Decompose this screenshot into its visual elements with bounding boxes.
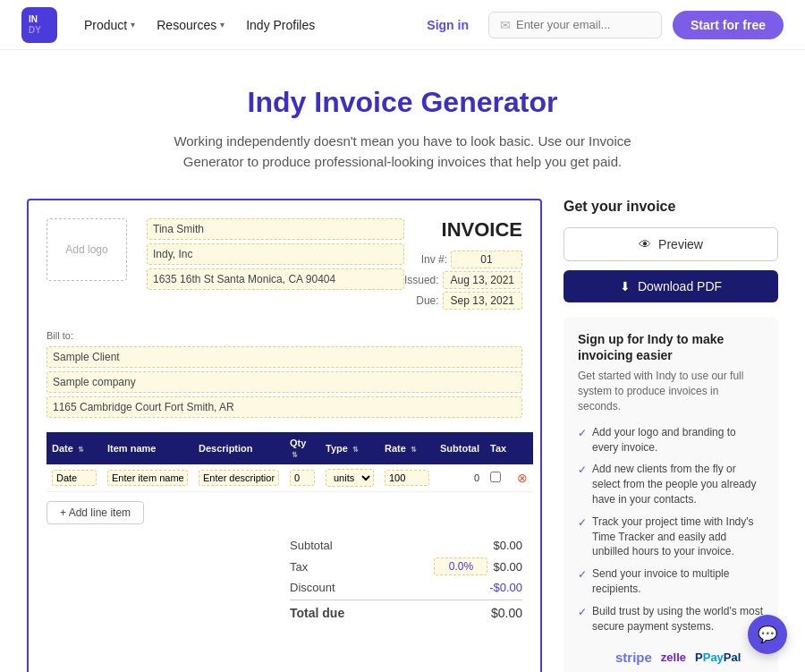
row-tax-checkbox[interactable] bbox=[490, 472, 501, 482]
payment-logos-item: stripe zelle PPayPal bbox=[578, 641, 764, 672]
th-rate[interactable]: Rate ⇅ bbox=[379, 432, 435, 464]
signup-card: Sign up for Indy to make invoicing easie… bbox=[564, 317, 778, 672]
zelle-logo: zelle bbox=[661, 650, 686, 666]
totals-section: Subtotal $0.00 Tax $0.00 Discount -$0.00… bbox=[290, 539, 522, 620]
sign-in-link[interactable]: Sign in bbox=[418, 13, 478, 38]
invoice-meta: Inv #: 01 Issued: Aug 13, 2021 Due: Sep … bbox=[404, 251, 522, 310]
payment-logos: stripe zelle PPayPal bbox=[615, 648, 741, 667]
row-item-input[interactable] bbox=[107, 470, 188, 486]
sender-info: Tina Smith Indy, Inc 1635 16th St Santa … bbox=[147, 218, 404, 293]
navbar: IN DY Product ▾ Resources ▾ Indy Profile… bbox=[0, 0, 805, 50]
add-logo-label: Add logo bbox=[65, 243, 107, 256]
th-date[interactable]: Date ⇅ bbox=[47, 432, 102, 464]
start-button[interactable]: Start for free bbox=[673, 11, 784, 39]
th-desc[interactable]: Description bbox=[193, 432, 284, 464]
email-icon: ✉ bbox=[500, 18, 511, 32]
main-content: Add logo Tina Smith Indy, Inc 1635 16th … bbox=[9, 199, 796, 672]
issued-value[interactable]: Aug 13, 2021 bbox=[443, 271, 522, 289]
bill-to-section: Bill to: Sample Client Sample company 11… bbox=[47, 330, 522, 418]
svg-text:IN: IN bbox=[29, 14, 38, 24]
client-name-field[interactable]: Sample Client bbox=[47, 346, 522, 368]
client-address-field[interactable]: 1165 Cambridge Court Fort Smith, AR bbox=[47, 396, 522, 418]
row-rate-input[interactable] bbox=[385, 470, 429, 486]
row-qty-input[interactable] bbox=[290, 470, 315, 486]
stripe-logo: stripe bbox=[615, 648, 652, 667]
eye-icon: 👁 bbox=[639, 237, 651, 251]
hero-section: Indy Invoice Generator Working independe… bbox=[0, 50, 805, 199]
feature-item-1: ✓ Add your logo and branding to every in… bbox=[578, 425, 764, 455]
totals-divider bbox=[290, 600, 522, 600]
check-icon-5: ✓ bbox=[578, 605, 587, 620]
tax-rate-input[interactable] bbox=[434, 557, 487, 575]
hero-title: Indy Invoice Generator bbox=[18, 86, 787, 119]
download-button[interactable]: ⬇ Download PDF bbox=[564, 270, 778, 302]
th-actions bbox=[512, 432, 533, 464]
hero-subtitle: Working independently doesn't mean you h… bbox=[152, 132, 653, 172]
row-delete-button[interactable]: ⊗ bbox=[517, 471, 528, 485]
row-date-input[interactable] bbox=[52, 470, 97, 486]
logo[interactable]: IN DY bbox=[21, 7, 57, 43]
th-tax: Tax bbox=[485, 432, 512, 464]
inv-value[interactable]: 01 bbox=[451, 251, 522, 268]
preview-button[interactable]: 👁 Preview bbox=[564, 227, 778, 261]
get-invoice-title: Get your invoice bbox=[564, 199, 778, 215]
total-value: $0.00 bbox=[491, 606, 522, 620]
table-row: units hrs 0 ⊗ bbox=[47, 464, 533, 492]
sender-address-field[interactable]: 1635 16th St Santa Monica, CA 90404 bbox=[147, 268, 404, 290]
due-value[interactable]: Sep 13, 2021 bbox=[443, 292, 522, 310]
subtotal-row: Subtotal $0.00 bbox=[290, 539, 522, 552]
row-tax-cell bbox=[485, 464, 512, 492]
due-label: Due: bbox=[416, 294, 438, 307]
inv-label: Inv #: bbox=[421, 253, 447, 266]
table-header-row: Date ⇅ Item name Description Qty ⇅ Type … bbox=[47, 432, 533, 464]
th-qty[interactable]: Qty ⇅ bbox=[284, 432, 320, 464]
svg-text:DY: DY bbox=[29, 25, 41, 35]
chat-bubble[interactable]: 💬 bbox=[748, 615, 787, 654]
th-subtotal: Subtotal bbox=[435, 432, 485, 464]
nav-profiles[interactable]: Indy Profiles bbox=[237, 13, 324, 38]
paypal-logo: PPayPal bbox=[695, 650, 741, 666]
email-input[interactable] bbox=[516, 18, 650, 31]
client-company-field[interactable]: Sample company bbox=[47, 371, 522, 393]
bill-to-label: Bill to: bbox=[47, 330, 522, 341]
row-delete-cell: ⊗ bbox=[512, 464, 533, 492]
discount-row: Discount -$0.00 bbox=[290, 581, 522, 594]
nav-product[interactable]: Product ▾ bbox=[75, 13, 144, 38]
row-item-cell bbox=[102, 464, 193, 492]
feature-item-5: ✓ Build trust by using the world's most … bbox=[578, 604, 764, 634]
signup-desc: Get started with Indy to use our full sy… bbox=[578, 369, 764, 413]
feature-item-3: ✓ Track your project time with Indy's Ti… bbox=[578, 515, 764, 559]
tax-value: $0.00 bbox=[493, 560, 522, 574]
resources-caret-icon: ▾ bbox=[220, 20, 225, 30]
row-date-cell bbox=[47, 464, 102, 492]
row-qty-cell bbox=[284, 464, 320, 492]
invoice-title: INVOICE bbox=[404, 218, 522, 242]
nav-links: Product ▾ Resources ▾ Indy Profiles bbox=[75, 13, 418, 38]
invoice-table: Date ⇅ Item name Description Qty ⇅ Type … bbox=[47, 432, 533, 492]
sender-name-field[interactable]: Tina Smith bbox=[147, 218, 404, 240]
add-line-button[interactable]: + Add line item bbox=[47, 501, 144, 524]
due-row: Due: Sep 13, 2021 bbox=[404, 292, 522, 310]
subtotal-value: $0.00 bbox=[493, 539, 522, 552]
row-subtotal-cell: 0 bbox=[435, 464, 485, 492]
inv-number-row: Inv #: 01 bbox=[404, 251, 522, 268]
logo-upload-box[interactable]: Add logo bbox=[47, 218, 127, 281]
row-desc-cell bbox=[193, 464, 284, 492]
email-input-wrap: ✉ bbox=[488, 12, 662, 38]
feature-list: ✓ Add your logo and branding to every in… bbox=[578, 425, 764, 672]
th-type[interactable]: Type ⇅ bbox=[320, 432, 379, 464]
row-desc-input[interactable] bbox=[199, 470, 279, 486]
tax-row: Tax $0.00 bbox=[290, 557, 522, 575]
row-type-select[interactable]: units hrs bbox=[326, 469, 374, 487]
invoice-title-area: INVOICE Inv #: 01 Issued: Aug 13, 2021 D… bbox=[404, 218, 522, 312]
check-icon-2: ✓ bbox=[578, 463, 587, 478]
tax-label: Tax bbox=[290, 560, 308, 574]
sender-company-field[interactable]: Indy, Inc bbox=[147, 243, 404, 265]
th-item[interactable]: Item name bbox=[102, 432, 193, 464]
nav-resources[interactable]: Resources ▾ bbox=[148, 13, 233, 38]
total-due-row: Total due $0.00 bbox=[290, 606, 522, 620]
row-rate-cell bbox=[379, 464, 435, 492]
check-icon-1: ✓ bbox=[578, 426, 587, 441]
check-icon-3: ✓ bbox=[578, 515, 587, 531]
total-label: Total due bbox=[290, 606, 344, 620]
